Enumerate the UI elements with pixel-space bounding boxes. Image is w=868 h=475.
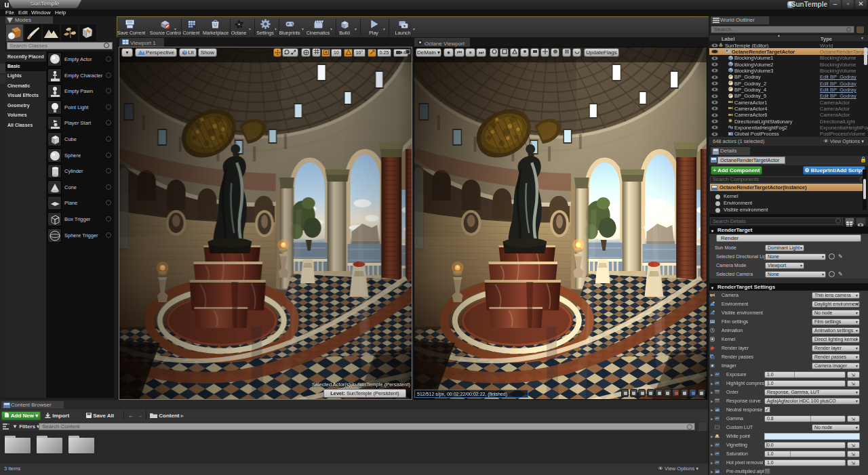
svg-text:ab: ab	[715, 408, 719, 412]
svg-text:U: U	[214, 22, 217, 27]
svg-text:ab: ab	[715, 470, 719, 474]
